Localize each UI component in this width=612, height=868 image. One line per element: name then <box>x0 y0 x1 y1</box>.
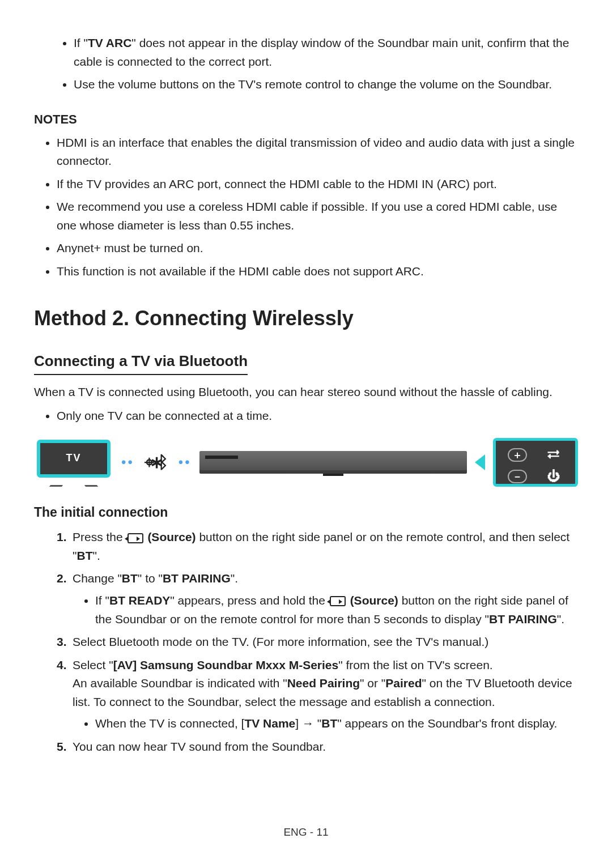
text: " does not appear in the display window … <box>74 36 569 68</box>
tv-label: TV <box>66 450 81 466</box>
step-4-sublist: When the TV is connected, [TV Name] → "B… <box>73 714 578 733</box>
bold-text: TV Name <box>244 717 295 730</box>
text: When the TV is connected, [ <box>95 717 244 730</box>
notes-item: If the TV provides an ARC port, connect … <box>57 175 578 194</box>
power-icon: ⏻ <box>537 467 571 486</box>
soundbar-illustration <box>199 451 467 474</box>
notes-item: HDMI is an interface that enables the di… <box>57 134 578 171</box>
tv-screen: TV <box>37 440 110 478</box>
bt-signal-dots: •• <box>178 452 192 473</box>
bluetooth-bullet: Only one TV can be connected at a time. <box>57 407 578 426</box>
bold-text: (Source) <box>144 530 196 543</box>
panel-connector <box>475 454 485 470</box>
source-panel-icon: ⮂ <box>537 445 571 465</box>
bold-text: BT <box>122 572 138 585</box>
step-3: Select Bluetooth mode on the TV. (For mo… <box>57 633 578 652</box>
step-4-subitem: When the TV is connected, [TV Name] → "B… <box>95 714 578 733</box>
step-5: You can now hear TV sound from the Sound… <box>57 738 578 756</box>
bluetooth-desc: When a TV is connected using Bluetooth, … <box>34 383 578 402</box>
notes-item: We recommend you use a coreless HDMI cab… <box>57 198 578 235</box>
section-title-method2: Method 2. Connecting Wirelessly <box>34 303 578 334</box>
step-2-sublist: If "BT READY" appears, press and hold th… <box>73 592 578 628</box>
page: If "TV ARC" does not appear in the displ… <box>34 34 578 841</box>
text: Press the <box>73 530 126 543</box>
text: " from the list on TV's screen. <box>338 658 493 671</box>
bold-text: BT <box>76 549 92 562</box>
notes-item: Anynet+ must be turned on. <box>57 239 578 258</box>
source-icon <box>330 596 346 606</box>
text: ". <box>557 612 564 626</box>
intro-bullet-list: If "TV ARC" does not appear in the displ… <box>34 34 578 94</box>
tv-stand <box>84 485 98 487</box>
bluetooth-bullets: Only one TV can be connected at a time. <box>34 407 578 426</box>
text: If " <box>74 36 88 49</box>
text: " appears on the Soundbar's front displa… <box>337 717 557 730</box>
text: If " <box>95 594 109 607</box>
step-4: Select "[AV] Samsung Soundbar Mxxx M-Ser… <box>57 656 578 733</box>
source-icon <box>128 533 143 543</box>
volume-minus-icon: － <box>500 467 534 486</box>
step-2-subitem: If "BT READY" appears, press and hold th… <box>95 592 578 628</box>
text: An available Soundbar is indicated with … <box>73 676 287 690</box>
text: ". <box>92 549 100 562</box>
notes-heading: NOTES <box>34 110 578 129</box>
bluetooth-heading: Connecting a TV via Bluetooth <box>34 350 248 375</box>
volume-plus-icon: ＋ <box>500 445 534 465</box>
tv-illustration: TV <box>34 437 113 488</box>
bold-text: TV ARC <box>88 36 131 49</box>
notes-item: This function is not available if the HD… <box>57 262 578 281</box>
text: " appears, press and hold the <box>170 594 328 607</box>
bold-text: BT <box>321 717 337 730</box>
initial-connection-heading: The initial connection <box>34 503 578 523</box>
bold-text: BT PAIRING <box>489 612 557 626</box>
step-1: Press the (Source) button on the right s… <box>57 528 578 565</box>
notes-list: HDMI is an interface that enables the di… <box>34 134 578 281</box>
step-2: Change "BT" to "BT PAIRING". If "BT READ… <box>57 569 578 628</box>
tv-stand <box>49 485 63 487</box>
bluetooth-diagram: TV •• ⌖ ∗ ᛒ •• ＋ ⮂ － ⏻ <box>34 437 578 488</box>
text: " or " <box>360 676 385 690</box>
bold-text: Need Pairing <box>287 676 360 690</box>
bt-signal-dots: •• <box>121 452 134 473</box>
side-panel-illustration: ＋ ⮂ － ⏻ <box>493 438 578 487</box>
text: Change " <box>73 572 122 585</box>
steps-list: Press the (Source) button on the right s… <box>34 528 578 756</box>
bold-text: BT PAIRING <box>163 572 231 585</box>
bold-text: [AV] Samsung Soundbar Mxxx M-Series <box>113 658 339 671</box>
text: ". <box>231 572 238 585</box>
text: Use the volume buttons on the TV's remot… <box>74 78 552 91</box>
bold-text: BT READY <box>109 594 170 607</box>
intro-bullet-1: If "TV ARC" does not appear in the displ… <box>74 34 578 71</box>
intro-bullet-2: Use the volume buttons on the TV's remot… <box>74 75 578 94</box>
bluetooth-icon: ᛒ <box>158 449 168 476</box>
text: Select " <box>73 658 113 671</box>
page-footer: ENG - 11 <box>34 824 578 840</box>
text: " to " <box>138 572 163 585</box>
text: ] → " <box>295 717 321 730</box>
bold-text: Paired <box>385 676 422 690</box>
bold-text: (Source) <box>347 594 398 607</box>
